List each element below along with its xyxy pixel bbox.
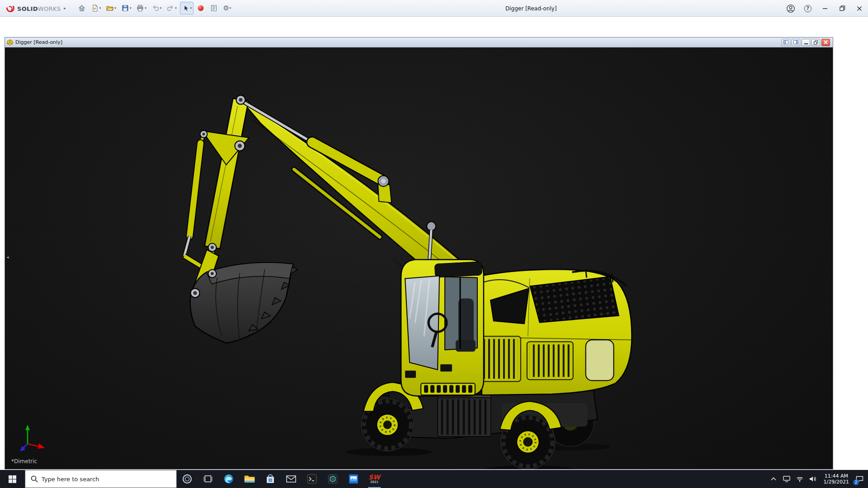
app-caption-controls: ? [782, 0, 868, 17]
task-view-icon [203, 475, 212, 483]
select-cursor-icon [182, 4, 190, 12]
clock-date: 1/29/2021 [824, 479, 849, 485]
graphics-viewport[interactable]: *Dimetric ◂ [5, 47, 833, 469]
user-account-button[interactable] [782, 0, 799, 17]
open-button[interactable]: ▾ [104, 2, 118, 14]
app-titlebar: SOLIDWORKS ▸ ▾ [0, 0, 868, 17]
taskbar-search[interactable] [25, 470, 177, 488]
file-explorer-button[interactable] [239, 470, 260, 488]
print-icon [136, 4, 144, 12]
doc-close-button[interactable] [821, 39, 830, 46]
monitor-icon [783, 476, 790, 482]
excavator-3d-model[interactable] [5, 47, 833, 469]
redo-button[interactable]: ▾ [165, 2, 179, 14]
select-button[interactable]: ▾ [180, 2, 194, 14]
open-folder-icon [106, 4, 114, 12]
operator-cab [392, 257, 484, 396]
chassis-slat-box [438, 395, 491, 436]
user-icon [786, 4, 795, 13]
solidworks-brand[interactable]: SOLIDWORKS ▸ [0, 3, 70, 13]
taskbar-clock[interactable]: 11:44 AM 1/29/2021 [820, 473, 853, 485]
doc-minimize-icon [804, 41, 808, 44]
stick-arm [205, 99, 249, 249]
undo-icon [151, 4, 160, 12]
print-dropdown-caret[interactable]: ▾ [145, 6, 146, 10]
file-properties-button[interactable] [208, 2, 220, 14]
xapps-button[interactable] [195, 2, 207, 14]
mail-button[interactable] [281, 470, 302, 488]
speaker-icon [809, 476, 816, 482]
save-icon [121, 4, 129, 12]
solidworks-app-icon: SW 2021 [368, 474, 380, 484]
new-document-icon [91, 4, 99, 12]
photos-icon [349, 474, 359, 484]
main-boom [241, 100, 459, 279]
cad-viewer-icon [328, 474, 338, 484]
print-button[interactable]: ▾ [134, 2, 148, 14]
display-tray-button[interactable] [780, 470, 793, 488]
search-input[interactable] [42, 476, 171, 483]
start-button[interactable] [0, 470, 25, 488]
cortana-button[interactable] [177, 470, 198, 488]
tray-expand-button[interactable] [767, 470, 780, 488]
app-client-area: Digger [Read-only] [0, 17, 868, 470]
store-icon [266, 474, 275, 484]
document-title: Digger [Read-only] [15, 39, 782, 45]
doc-minimize-button[interactable] [802, 39, 810, 46]
edge-button[interactable] [218, 470, 239, 488]
chevron-up-icon [771, 477, 776, 481]
close-icon [857, 6, 862, 11]
wifi-icon [796, 476, 803, 482]
options-dropdown-caret[interactable]: ▾ [230, 6, 231, 10]
maximize-restore-button[interactable] [834, 0, 851, 17]
home-button[interactable] [76, 2, 88, 14]
new-dropdown-caret[interactable]: ▾ [99, 6, 101, 10]
home-icon [78, 4, 86, 12]
save-dropdown-caret[interactable]: ▾ [130, 6, 132, 10]
select-dropdown-caret[interactable]: ▾ [190, 6, 192, 10]
screen: SOLIDWORKS ▸ ▾ [0, 0, 868, 488]
undo-button[interactable]: ▾ [150, 2, 164, 14]
network-tray-button[interactable] [793, 470, 807, 488]
feature-tree-collapse-tab[interactable]: ◂ [5, 251, 10, 263]
minimize-icon [822, 6, 828, 11]
solidworks-taskbar-button[interactable]: SW 2021 [364, 470, 385, 488]
open-dropdown-caret[interactable]: ▾ [114, 6, 116, 10]
orientation-triad[interactable] [16, 424, 47, 454]
cad-viewer-button[interactable] [322, 470, 343, 488]
action-center-button[interactable]: 2 [853, 470, 866, 488]
store-button[interactable] [260, 470, 281, 488]
notification-badge: 2 [853, 479, 859, 485]
system-tray: 11:44 AM 1/29/2021 2 [767, 470, 868, 488]
doc-restore-button[interactable] [811, 39, 820, 46]
options-button[interactable]: ⚙ ▾ [221, 2, 233, 14]
cab-roof-panel [434, 262, 482, 277]
clock-time: 11:44 AM [824, 473, 849, 479]
doc-close-icon [824, 40, 828, 44]
quick-access-toolbar: ▾ ▾ ▾ ▾ [76, 2, 233, 14]
close-button[interactable] [851, 0, 868, 17]
photos-button[interactable] [343, 470, 364, 488]
gear-icon: ⚙ [223, 5, 229, 12]
pane-right-button[interactable] [792, 39, 800, 46]
file-properties-icon [210, 4, 218, 12]
restore-icon [840, 5, 845, 11]
terminal-button[interactable] [302, 470, 322, 488]
task-view-button[interactable] [198, 470, 218, 488]
brand-expander-icon[interactable]: ▸ [64, 6, 66, 10]
part-document-icon [7, 39, 13, 46]
undo-dropdown-caret[interactable]: ▾ [160, 6, 162, 10]
document-titlebar[interactable]: Digger [Read-only] [5, 38, 833, 47]
new-document-button[interactable]: ▾ [89, 2, 103, 14]
volume-tray-button[interactable] [807, 470, 820, 488]
minimize-button[interactable] [816, 0, 834, 17]
pane-left-button[interactable] [782, 39, 790, 46]
save-button[interactable]: ▾ [119, 2, 133, 14]
help-button[interactable]: ? [799, 0, 816, 17]
doc-restore-icon [814, 40, 818, 45]
document-window: Digger [Read-only] [5, 37, 833, 469]
search-icon [31, 475, 38, 483]
redo-icon [166, 4, 175, 12]
rear-panel [586, 340, 614, 380]
redo-dropdown-caret[interactable]: ▾ [175, 6, 177, 10]
